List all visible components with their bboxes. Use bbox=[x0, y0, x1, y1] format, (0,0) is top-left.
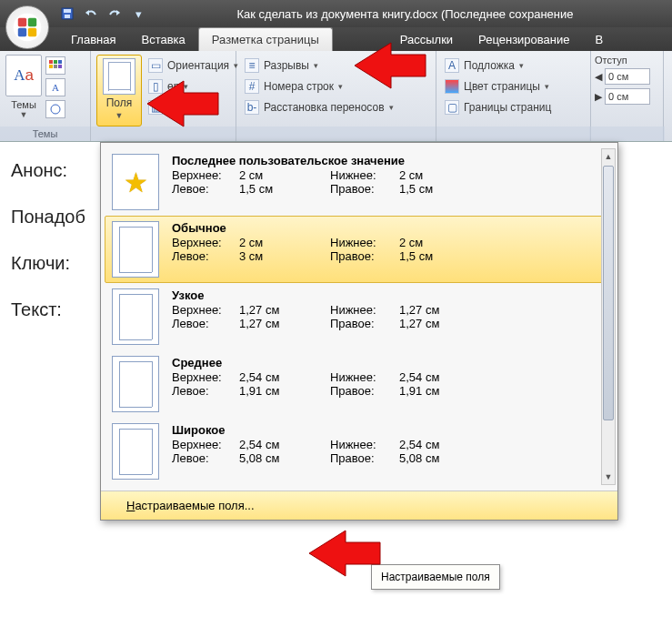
indent-right-input[interactable]: 0 см bbox=[605, 88, 650, 105]
svg-rect-5 bbox=[28, 18, 36, 26]
margin-option-narrow[interactable]: УзкоеВерхнее:1,27 смНижнее:1,27 смЛевое:… bbox=[105, 283, 614, 350]
undo-icon[interactable] bbox=[82, 5, 100, 23]
annotation-arrow-icon bbox=[309, 526, 382, 581]
option-title: Узкое bbox=[172, 288, 607, 302]
group-themes: Aa Темы ▼ A Темы bbox=[0, 51, 91, 141]
svg-marker-17 bbox=[309, 531, 380, 576]
chevron-down-icon[interactable]: ▼ bbox=[20, 110, 28, 119]
scroll-down-icon[interactable]: ▼ bbox=[602, 470, 615, 484]
ribbon-tabs: Главная Вставка Разметка страницы Рассыл… bbox=[0, 27, 672, 51]
group-indent: Отступ ◀0 см ▶0 см bbox=[591, 51, 664, 141]
annotation-arrow-icon bbox=[147, 76, 220, 131]
tab-page-layout[interactable]: Разметка страницы bbox=[198, 27, 333, 51]
hyphenation-button[interactable]: b-Расстановка переносов▾ bbox=[242, 98, 430, 116]
svg-rect-10 bbox=[58, 60, 62, 64]
margins-button[interactable]: Поля ▼ bbox=[96, 55, 142, 126]
scrollbar[interactable]: ▲ ▼ bbox=[601, 148, 616, 485]
tab-view-cut[interactable]: В bbox=[583, 28, 617, 51]
theme-effects-button[interactable] bbox=[45, 100, 65, 118]
indent-label: Отступ bbox=[595, 55, 659, 66]
margin-option-normal[interactable]: ОбычноеВерхнее:2 смНижнее:2 смЛевое:3 см… bbox=[105, 216, 614, 283]
tab-home[interactable]: Главная bbox=[58, 28, 128, 51]
custom-margins-button[interactable]: Настраиваемые поля... bbox=[101, 491, 617, 520]
margin-option-wide[interactable]: ШирокоеВерхнее:2,54 смНижнее:2,54 смЛево… bbox=[105, 418, 614, 485]
line-numbers-icon: # bbox=[245, 79, 259, 94]
svg-rect-1 bbox=[64, 9, 71, 13]
svg-rect-13 bbox=[58, 65, 62, 68]
quick-access-toolbar: ▾ bbox=[58, 5, 147, 23]
dropdown-footer: Настраиваемые поля... bbox=[101, 491, 617, 520]
svg-rect-8 bbox=[49, 60, 53, 64]
group-page-background: AПодложка▾ Цвет страницы▾ ▢Границы стран… bbox=[436, 51, 591, 141]
theme-colors-button[interactable] bbox=[45, 56, 65, 75]
tab-insert[interactable]: Вставка bbox=[128, 28, 197, 51]
margins-label: Поля bbox=[106, 96, 133, 109]
watermark-icon: A bbox=[445, 58, 459, 73]
svg-rect-7 bbox=[28, 28, 36, 36]
option-title: Широкое bbox=[172, 423, 607, 437]
svg-rect-11 bbox=[49, 65, 53, 68]
save-icon[interactable] bbox=[58, 5, 76, 23]
page-color-button[interactable]: Цвет страницы▾ bbox=[442, 77, 585, 96]
svg-point-14 bbox=[51, 105, 60, 114]
annotation-arrow-icon bbox=[355, 38, 427, 93]
office-button[interactable] bbox=[5, 5, 49, 49]
redo-icon[interactable] bbox=[105, 5, 124, 23]
svg-rect-6 bbox=[18, 28, 26, 36]
watermark-button[interactable]: AПодложка▾ bbox=[442, 56, 585, 75]
breaks-icon: ≡ bbox=[245, 58, 259, 73]
margin-option-medium[interactable]: СреднееВерхнее:2,54 смНижнее:2,54 смЛево… bbox=[105, 350, 614, 418]
svg-marker-15 bbox=[355, 43, 426, 88]
page-margins-icon bbox=[112, 423, 159, 480]
page-color-icon bbox=[445, 79, 459, 94]
margins-icon bbox=[103, 58, 135, 95]
svg-rect-12 bbox=[54, 65, 57, 68]
svg-rect-4 bbox=[18, 18, 26, 26]
svg-rect-2 bbox=[65, 15, 70, 18]
tooltip: Настраиваемые поля bbox=[371, 564, 500, 590]
orientation-button[interactable]: ▭Ориентация▾ bbox=[145, 56, 241, 75]
star-icon: ★ bbox=[112, 154, 159, 210]
themes-button[interactable]: Aa bbox=[5, 55, 42, 96]
group-themes-label: Темы bbox=[0, 126, 90, 141]
svg-marker-16 bbox=[147, 81, 218, 126]
indent-right-icon: ▶ bbox=[595, 91, 602, 103]
ribbon: Aa Темы ▼ A Темы Поля ▼ ▭Ориентация▾ ▯ер… bbox=[0, 51, 672, 142]
hyphenation-icon: b- bbox=[245, 100, 259, 115]
themes-label: Темы bbox=[11, 99, 36, 110]
page-margins-icon bbox=[112, 356, 159, 412]
margins-dropdown: ▲ ▼ ★Последнее пользовательское значение… bbox=[100, 142, 618, 521]
chevron-down-icon: ▼ bbox=[115, 111, 124, 120]
option-title: Среднее bbox=[172, 356, 607, 369]
svg-rect-9 bbox=[54, 60, 57, 64]
qat-more-icon[interactable]: ▾ bbox=[129, 5, 147, 23]
page-margins-icon bbox=[112, 221, 159, 278]
tab-review[interactable]: Рецензирование bbox=[466, 28, 582, 51]
page-borders-button[interactable]: ▢Границы страниц bbox=[442, 98, 585, 116]
title-bar: ▾ Как сделать из документа книгу.docx (П… bbox=[0, 0, 672, 27]
document-title: Как сделать из документа книгу.docx (Пос… bbox=[147, 7, 672, 21]
scroll-up-icon[interactable]: ▲ bbox=[602, 149, 615, 164]
option-title: Последнее пользовательское значение bbox=[172, 154, 607, 167]
page-borders-icon: ▢ bbox=[445, 100, 459, 115]
indent-left-input[interactable]: 0 см bbox=[605, 68, 650, 85]
margin-option-last[interactable]: ★Последнее пользовательское значениеВерх… bbox=[105, 148, 614, 216]
option-title: Обычное bbox=[172, 221, 607, 235]
page-margins-icon bbox=[112, 288, 159, 345]
scroll-thumb[interactable] bbox=[603, 166, 614, 420]
orientation-icon: ▭ bbox=[148, 58, 163, 73]
svg-point-3 bbox=[14, 14, 42, 42]
theme-fonts-button[interactable]: A bbox=[45, 78, 65, 96]
indent-left-icon: ◀ bbox=[595, 71, 602, 83]
